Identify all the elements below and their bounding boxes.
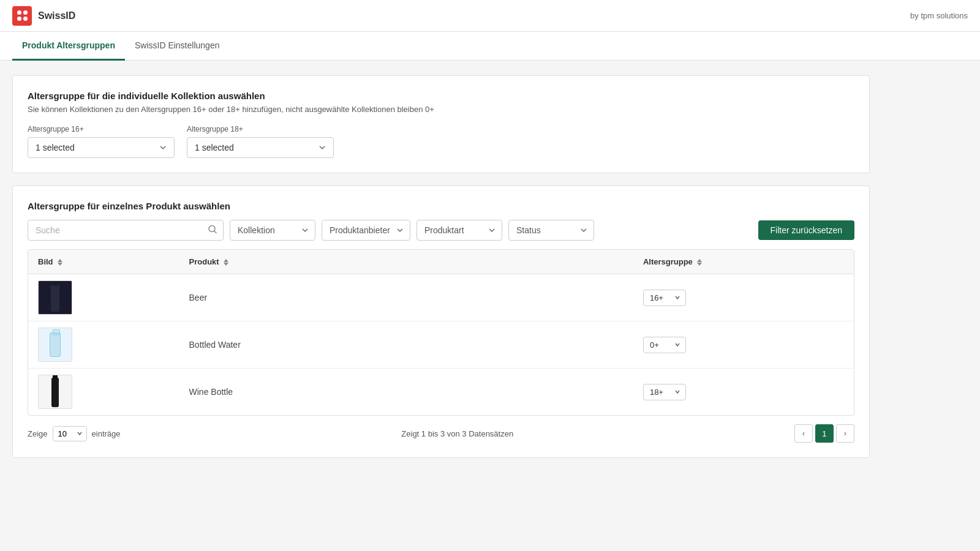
table-row: Wine Bottle 0+ 16+ 18+ <box>28 369 854 416</box>
prev-page-button[interactable]: ‹ <box>794 424 813 443</box>
product-image-wine <box>38 375 72 409</box>
header-byline: by tpm solutions <box>910 11 968 20</box>
search-input[interactable] <box>28 220 224 241</box>
col-bild: Bild <box>28 250 179 274</box>
chevron-left-icon: ‹ <box>802 429 805 438</box>
cell-product-name: Beer <box>179 274 633 321</box>
dropdown-group-16: Altersgruppe 16+ 1 selected <box>28 125 175 158</box>
dropdown-group-18: Altersgruppe 18+ 1 selected <box>187 125 334 158</box>
search-wrapper <box>28 220 224 241</box>
section2-title: Altersgruppe für einzelnes Produkt auswä… <box>28 201 854 211</box>
pagination-summary: Zeigt 1 bis 3 von 3 Datensätzen <box>401 429 513 438</box>
filter-reset-button[interactable]: Filter zurücksetzen <box>758 220 854 240</box>
header-left: SwissID <box>12 6 75 26</box>
dropdown-16plus[interactable]: 1 selected <box>28 137 175 158</box>
water-bottle-shape <box>50 332 61 357</box>
sort-icon-altersgruppe <box>697 259 702 266</box>
logo-dots <box>17 10 28 21</box>
product-image-beer <box>38 280 72 315</box>
sort-up-icon <box>58 259 62 262</box>
dropdown16-label: Altersgruppe 16+ <box>28 125 175 133</box>
section1-title: Altersgruppe für die individuelle Kollek… <box>28 91 854 101</box>
products-table: Bild Produkt <box>28 249 854 416</box>
sort-down-icon <box>697 263 702 266</box>
table-header-row: Bild Produkt <box>28 250 854 274</box>
product-image-water <box>38 328 72 362</box>
cell-image <box>28 274 179 321</box>
cell-age-group: 0+ 16+ 18+ <box>633 369 854 416</box>
wine-bottle-shape <box>51 378 59 407</box>
tab-produkt-altersgruppen[interactable]: Produkt Altersgruppen <box>12 32 125 61</box>
filter-status[interactable]: Status <box>508 220 594 241</box>
dropdown18-label: Altersgruppe 18+ <box>187 125 334 133</box>
section2-card: Altersgruppe für einzelnes Produkt auswä… <box>12 186 870 458</box>
filter-produktart[interactable]: Produktart <box>417 220 502 241</box>
dropdown-18plus[interactable]: 1 selected <box>187 137 334 158</box>
chevron-right-icon: › <box>844 429 846 438</box>
app-title: SwissID <box>38 10 75 21</box>
sort-down-icon <box>224 263 228 266</box>
filter-row: Kollektion Produktanbieter Produktart St… <box>28 220 854 241</box>
sort-up-icon <box>697 259 702 262</box>
sort-icon-produkt <box>224 259 228 266</box>
header: SwissID by tpm solutions <box>0 0 980 32</box>
tab-swissid-einstellungen[interactable]: SwissID Einstellungen <box>125 32 230 61</box>
sort-up-icon <box>224 259 228 262</box>
section1-description: Sie können Kollektionen zu den Altersgru… <box>28 105 854 114</box>
pagination-row: Zeige 10 25 50 100 einträge Zeigt 1 bis … <box>28 424 854 443</box>
table-row: Beer 0+ 16+ 18+ <box>28 274 854 321</box>
col-altersgruppe: Altersgruppe <box>633 250 854 274</box>
sort-down-icon <box>58 263 62 266</box>
sort-icon-bild <box>58 259 62 266</box>
logo-dot <box>17 17 21 21</box>
svg-line-1 <box>214 231 217 233</box>
filter-kollektion[interactable]: Kollektion <box>230 220 315 241</box>
beer-bottle-shape <box>51 285 59 312</box>
per-page-select[interactable]: 10 25 50 100 <box>53 426 87 441</box>
col-produkt: Produkt <box>179 250 633 274</box>
logo-dot <box>17 10 21 15</box>
cell-product-name: Bottled Water <box>179 321 633 369</box>
cell-image <box>28 321 179 369</box>
dropdowns-row: Altersgruppe 16+ 1 selected Altersgruppe… <box>28 125 854 158</box>
filter-produktanbieter[interactable]: Produktanbieter <box>322 220 410 241</box>
pagination-left: Zeige 10 25 50 100 einträge <box>28 426 121 441</box>
cell-age-group: 0+ 16+ 18+ <box>633 274 854 321</box>
section1-card: Altersgruppe für die individuelle Kollek… <box>12 75 870 173</box>
search-icon <box>208 225 217 236</box>
show-label: Zeige <box>28 429 48 438</box>
main-content: Altersgruppe für die individuelle Kollek… <box>0 61 882 485</box>
swissid-logo-icon <box>12 6 32 26</box>
table-row: Bottled Water 0+ 16+ 18+ <box>28 321 854 369</box>
next-page-button[interactable]: › <box>836 424 854 443</box>
cell-image <box>28 369 179 416</box>
age-group-select-beer[interactable]: 0+ 16+ 18+ <box>643 290 686 306</box>
page-1-button[interactable]: 1 <box>815 424 834 443</box>
age-group-select-water[interactable]: 0+ 16+ 18+ <box>643 337 686 353</box>
pagination-right: ‹ 1 › <box>794 424 854 443</box>
cell-product-name: Wine Bottle <box>179 369 633 416</box>
age-group-select-wine[interactable]: 0+ 16+ 18+ <box>643 384 686 400</box>
entries-label: einträge <box>92 429 121 438</box>
tab-bar: Produkt Altersgruppen SwissID Einstellun… <box>0 32 980 61</box>
logo-dot <box>23 10 28 15</box>
cell-age-group: 0+ 16+ 18+ <box>633 321 854 369</box>
logo-dot <box>23 17 28 21</box>
